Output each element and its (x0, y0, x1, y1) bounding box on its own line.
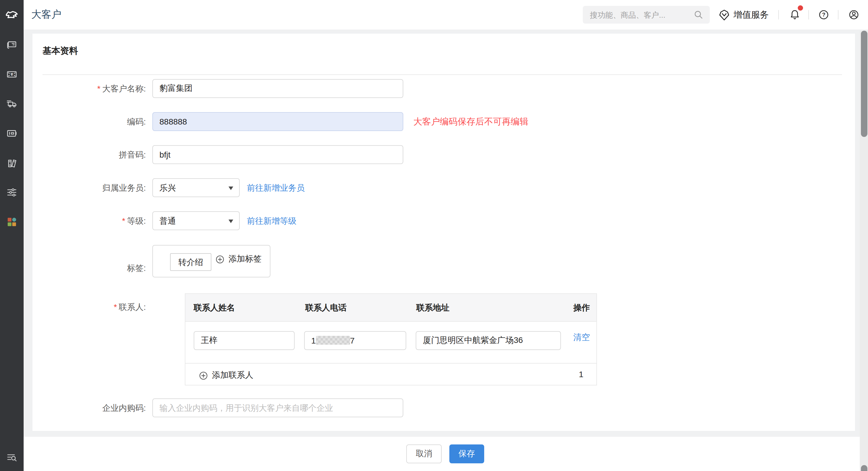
scrollbar-thumb[interactable] (861, 31, 867, 137)
add-salesman-link[interactable]: 前往新增业务员 (247, 178, 305, 197)
leopard-logo-icon (4, 7, 20, 23)
contacts-table: 联系人姓名 联系人电话 联系地址 操作 17 清空 添 (185, 293, 597, 385)
clear-row-link[interactable]: 清空 (574, 327, 590, 346)
help-button[interactable]: ? (818, 9, 830, 21)
search-input[interactable] (583, 6, 696, 24)
add-tag-button[interactable]: 添加标签 (215, 254, 261, 264)
header-divider (838, 10, 838, 20)
required-mark: * (114, 302, 117, 312)
add-level-link[interactable]: 前往新增等级 (247, 211, 297, 230)
svg-text:¥: ¥ (10, 72, 13, 77)
page-title: 大客户 (31, 0, 61, 30)
col-actions: 操作 (574, 294, 590, 322)
required-mark: * (97, 84, 100, 93)
header-divider (778, 10, 779, 20)
user-icon (848, 9, 860, 21)
tag-item[interactable]: 转介绍 (170, 253, 211, 271)
pos-terminal-icon (6, 127, 18, 139)
scrollbar-thumb-bottom[interactable] (861, 465, 867, 471)
search-icon (693, 9, 705, 21)
gem-icon (718, 8, 731, 21)
purchase-code-input[interactable] (152, 399, 403, 417)
level-label: *等级: (32, 211, 146, 230)
finance-cash-icon: ¥ (6, 68, 18, 80)
code-input[interactable] (152, 112, 403, 131)
col-contact-address: 联系地址 (416, 294, 450, 322)
sidebar-item-apps[interactable] (6, 216, 18, 228)
bell-icon (789, 9, 801, 21)
contact-row: 17 清空 (185, 322, 596, 363)
code-note: 大客户编码保存后不可再编辑 (413, 112, 528, 131)
col-contact-phone: 联系人电话 (305, 294, 347, 322)
workbench-board-icon (6, 39, 18, 51)
sidebar-item-safe[interactable] (6, 127, 18, 139)
section-divider (42, 74, 842, 75)
notification-dot (798, 5, 803, 11)
value-added-services-button[interactable]: 增值服务 (718, 0, 769, 30)
required-mark: * (122, 216, 125, 225)
sidebar-item-workbench[interactable] (6, 39, 18, 51)
contact-address-input[interactable] (416, 331, 561, 350)
global-search[interactable] (583, 6, 710, 24)
add-contact-button[interactable]: 添加联系人 (198, 370, 253, 381)
salesman-select-value: 乐兴 (159, 183, 176, 192)
sidebar-item-delivery[interactable] (6, 98, 18, 110)
apps-grid-colored-icon (6, 216, 18, 228)
name-label: *大客户名称: (32, 79, 146, 98)
name-input[interactable] (152, 79, 403, 98)
phone-suffix: 7 (350, 336, 355, 345)
level-select-value: 普通 (159, 216, 176, 225)
phone-redaction-mosaic (316, 336, 350, 345)
phone-prefix: 1 (311, 336, 316, 345)
tags-container: 转介绍 添加标签 (152, 245, 271, 277)
plus-circle-icon (198, 370, 209, 380)
section-title: 基本资料 (42, 45, 78, 57)
pinyin-input[interactable] (152, 145, 403, 164)
header-divider (808, 10, 809, 20)
contacts-table-header: 联系人姓名 联系人电话 联系地址 操作 (185, 294, 596, 322)
level-select[interactable]: 普通 (152, 211, 240, 230)
contact-phone-input[interactable]: 17 (304, 331, 406, 350)
col-contact-name: 联系人姓名 (194, 294, 235, 322)
plus-circle-icon (215, 254, 225, 264)
app-logo (0, 0, 24, 30)
salesman-label: 归属业务员: (32, 178, 146, 197)
salesman-select[interactable]: 乐兴 (152, 178, 240, 197)
ledger-books-icon (6, 158, 18, 169)
chevron-down-icon (228, 187, 233, 190)
delivery-truck-icon (6, 98, 18, 110)
sidebar-item-ledger[interactable] (6, 158, 18, 169)
save-button[interactable]: 保存 (450, 444, 484, 463)
settings-sliders-icon (6, 187, 18, 198)
cancel-button[interactable]: 取消 (406, 444, 442, 463)
pinyin-label: 拼音码: (32, 145, 146, 164)
add-tag-label: 添加标签 (228, 254, 261, 264)
footer-bar: 取消 保存 (24, 437, 868, 471)
top-header: 大客户 增值服务 ? (0, 0, 868, 30)
account-button[interactable] (848, 9, 860, 21)
sidebar-item-finance[interactable]: ¥ (6, 68, 18, 80)
code-label: 编码: (32, 112, 146, 131)
vas-label: 增值服务 (733, 9, 769, 20)
add-contact-label: 添加联系人 (212, 370, 253, 381)
contact-name-input[interactable] (194, 331, 294, 350)
notifications-button[interactable] (789, 9, 801, 21)
help-icon: ? (818, 9, 830, 21)
purchase-code-label: 企业内购码: (32, 399, 146, 417)
chevron-down-icon (228, 220, 233, 223)
sidebar-item-menu-search[interactable] (6, 451, 18, 463)
tags-label: 标签: (32, 252, 146, 284)
sidebar-item-settings[interactable] (6, 187, 18, 198)
pagination-page-1[interactable]: 1 (579, 370, 583, 379)
list-search-icon (6, 451, 18, 463)
left-sidebar: ¥ (0, 30, 24, 471)
form-panel: 基本资料 *大客户名称: 编码: 大客户编码保存后不可再编辑 拼音码: 归属业务… (32, 34, 855, 431)
contacts-label: *联系人: (32, 293, 146, 321)
contacts-table-footer: 添加联系人 1 (185, 363, 596, 386)
svg-text:?: ? (822, 11, 825, 18)
